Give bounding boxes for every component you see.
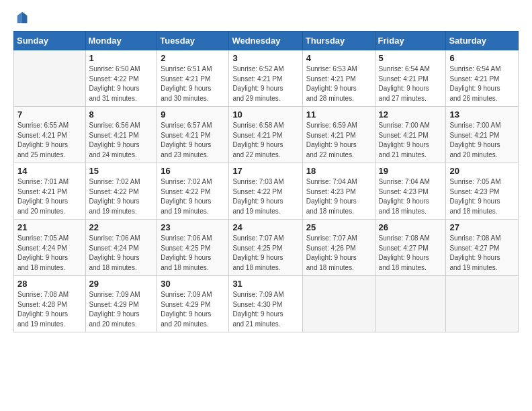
week-row-1: 1Sunrise: 6:50 AM Sunset: 4:22 PM Daylig… xyxy=(14,50,519,107)
day-cell: 17Sunrise: 7:03 AM Sunset: 4:22 PM Dayli… xyxy=(229,163,302,220)
day-cell: 28Sunrise: 7:08 AM Sunset: 4:28 PM Dayli… xyxy=(14,276,86,332)
day-number: 20 xyxy=(449,166,515,176)
day-number: 13 xyxy=(449,109,515,120)
col-header-tuesday: Tuesday xyxy=(157,32,229,50)
day-info: Sunrise: 6:59 AM Sunset: 4:21 PM Dayligh… xyxy=(306,121,371,160)
day-cell xyxy=(302,276,375,332)
day-info: Sunrise: 7:09 AM Sunset: 4:30 PM Dayligh… xyxy=(232,290,298,329)
day-number: 21 xyxy=(17,222,82,232)
day-info: Sunrise: 7:06 AM Sunset: 4:25 PM Dayligh… xyxy=(161,234,225,273)
day-info: Sunrise: 7:00 AM Sunset: 4:21 PM Dayligh… xyxy=(449,121,515,160)
svg-marker-1 xyxy=(22,12,27,24)
day-cell: 30Sunrise: 7:09 AM Sunset: 4:29 PM Dayli… xyxy=(157,276,229,332)
day-cell: 26Sunrise: 7:08 AM Sunset: 4:27 PM Dayli… xyxy=(375,220,446,276)
day-info: Sunrise: 6:52 AM Sunset: 4:21 PM Dayligh… xyxy=(232,64,298,103)
day-number: 28 xyxy=(17,279,82,289)
day-cell: 12Sunrise: 7:00 AM Sunset: 4:21 PM Dayli… xyxy=(375,107,446,163)
day-info: Sunrise: 6:56 AM Sunset: 4:21 PM Dayligh… xyxy=(89,121,154,160)
header xyxy=(13,11,519,23)
day-cell: 8Sunrise: 6:56 AM Sunset: 4:21 PM Daylig… xyxy=(85,107,157,163)
day-number: 29 xyxy=(89,279,154,289)
week-row-2: 7Sunrise: 6:55 AM Sunset: 4:21 PM Daylig… xyxy=(14,107,519,163)
day-number: 2 xyxy=(161,53,225,63)
day-info: Sunrise: 6:54 AM Sunset: 4:21 PM Dayligh… xyxy=(379,64,443,103)
day-number: 8 xyxy=(89,109,154,120)
day-info: Sunrise: 6:51 AM Sunset: 4:21 PM Dayligh… xyxy=(161,64,225,103)
day-number: 22 xyxy=(89,222,154,232)
day-info: Sunrise: 7:08 AM Sunset: 4:28 PM Dayligh… xyxy=(17,290,82,329)
day-number: 18 xyxy=(306,166,371,176)
day-cell: 27Sunrise: 7:08 AM Sunset: 4:27 PM Dayli… xyxy=(446,220,519,276)
calendar-table: SundayMondayTuesdayWednesdayThursdayFrid… xyxy=(13,31,519,332)
day-cell: 24Sunrise: 7:07 AM Sunset: 4:25 PM Dayli… xyxy=(229,220,302,276)
day-number: 31 xyxy=(232,279,298,289)
day-number: 17 xyxy=(232,166,298,176)
day-cell: 18Sunrise: 7:04 AM Sunset: 4:23 PM Dayli… xyxy=(302,163,375,220)
day-info: Sunrise: 7:08 AM Sunset: 4:27 PM Dayligh… xyxy=(449,234,515,273)
day-info: Sunrise: 7:03 AM Sunset: 4:22 PM Dayligh… xyxy=(232,177,298,216)
day-cell: 20Sunrise: 7:05 AM Sunset: 4:23 PM Dayli… xyxy=(446,163,519,220)
day-cell: 3Sunrise: 6:52 AM Sunset: 4:21 PM Daylig… xyxy=(229,50,302,107)
week-row-3: 14Sunrise: 7:01 AM Sunset: 4:21 PM Dayli… xyxy=(14,163,519,220)
day-number: 6 xyxy=(449,53,515,63)
day-info: Sunrise: 7:04 AM Sunset: 4:23 PM Dayligh… xyxy=(306,177,371,216)
day-cell: 15Sunrise: 7:02 AM Sunset: 4:22 PM Dayli… xyxy=(85,163,157,220)
day-number: 1 xyxy=(89,53,154,63)
day-number: 16 xyxy=(161,166,225,176)
day-cell xyxy=(375,276,446,332)
col-header-monday: Monday xyxy=(85,32,157,50)
day-cell: 13Sunrise: 7:00 AM Sunset: 4:21 PM Dayli… xyxy=(446,107,519,163)
day-number: 11 xyxy=(306,109,371,120)
page: SundayMondayTuesdayWednesdayThursdayFrid… xyxy=(0,0,532,411)
day-cell: 1Sunrise: 6:50 AM Sunset: 4:22 PM Daylig… xyxy=(85,50,157,107)
day-info: Sunrise: 7:02 AM Sunset: 4:22 PM Dayligh… xyxy=(161,177,225,216)
day-cell: 7Sunrise: 6:55 AM Sunset: 4:21 PM Daylig… xyxy=(14,107,86,163)
day-info: Sunrise: 7:02 AM Sunset: 4:22 PM Dayligh… xyxy=(89,177,154,216)
day-cell: 10Sunrise: 6:58 AM Sunset: 4:21 PM Dayli… xyxy=(229,107,302,163)
day-cell: 14Sunrise: 7:01 AM Sunset: 4:21 PM Dayli… xyxy=(14,163,86,220)
day-info: Sunrise: 7:00 AM Sunset: 4:21 PM Dayligh… xyxy=(379,121,443,160)
day-number: 9 xyxy=(161,109,225,120)
day-info: Sunrise: 7:06 AM Sunset: 4:24 PM Dayligh… xyxy=(89,234,154,273)
col-header-sunday: Sunday xyxy=(14,32,86,50)
col-header-thursday: Thursday xyxy=(302,32,375,50)
day-number: 15 xyxy=(89,166,154,176)
day-info: Sunrise: 7:08 AM Sunset: 4:27 PM Dayligh… xyxy=(379,234,443,273)
day-number: 25 xyxy=(306,222,371,232)
day-cell: 2Sunrise: 6:51 AM Sunset: 4:21 PM Daylig… xyxy=(157,50,229,107)
day-info: Sunrise: 7:05 AM Sunset: 4:24 PM Dayligh… xyxy=(17,234,82,273)
day-info: Sunrise: 7:07 AM Sunset: 4:26 PM Dayligh… xyxy=(306,234,371,273)
day-info: Sunrise: 7:04 AM Sunset: 4:23 PM Dayligh… xyxy=(379,177,443,216)
day-cell: 21Sunrise: 7:05 AM Sunset: 4:24 PM Dayli… xyxy=(14,220,86,276)
week-row-4: 21Sunrise: 7:05 AM Sunset: 4:24 PM Dayli… xyxy=(14,220,519,276)
day-cell: 31Sunrise: 7:09 AM Sunset: 4:30 PM Dayli… xyxy=(229,276,302,332)
day-cell xyxy=(446,276,519,332)
day-info: Sunrise: 7:09 AM Sunset: 4:29 PM Dayligh… xyxy=(89,290,154,329)
day-info: Sunrise: 6:50 AM Sunset: 4:22 PM Dayligh… xyxy=(89,64,154,103)
day-number: 27 xyxy=(449,222,515,232)
day-info: Sunrise: 6:55 AM Sunset: 4:21 PM Dayligh… xyxy=(17,121,82,160)
calendar-header-row: SundayMondayTuesdayWednesdayThursdayFrid… xyxy=(14,32,519,50)
col-header-wednesday: Wednesday xyxy=(229,32,302,50)
day-number: 23 xyxy=(161,222,225,232)
week-row-5: 28Sunrise: 7:08 AM Sunset: 4:28 PM Dayli… xyxy=(14,276,519,332)
day-info: Sunrise: 6:54 AM Sunset: 4:21 PM Dayligh… xyxy=(449,64,515,103)
day-cell: 6Sunrise: 6:54 AM Sunset: 4:21 PM Daylig… xyxy=(446,50,519,107)
day-number: 5 xyxy=(379,53,443,63)
day-info: Sunrise: 6:53 AM Sunset: 4:21 PM Dayligh… xyxy=(306,64,371,103)
day-cell: 11Sunrise: 6:59 AM Sunset: 4:21 PM Dayli… xyxy=(302,107,375,163)
day-cell: 19Sunrise: 7:04 AM Sunset: 4:23 PM Dayli… xyxy=(375,163,446,220)
day-info: Sunrise: 6:58 AM Sunset: 4:21 PM Dayligh… xyxy=(232,121,298,160)
day-number: 3 xyxy=(232,53,298,63)
day-number: 19 xyxy=(379,166,443,176)
day-number: 24 xyxy=(232,222,298,232)
col-header-saturday: Saturday xyxy=(446,32,519,50)
day-cell: 25Sunrise: 7:07 AM Sunset: 4:26 PM Dayli… xyxy=(302,220,375,276)
day-info: Sunrise: 7:05 AM Sunset: 4:23 PM Dayligh… xyxy=(449,177,515,216)
day-info: Sunrise: 6:57 AM Sunset: 4:21 PM Dayligh… xyxy=(161,121,225,160)
col-header-friday: Friday xyxy=(375,32,446,50)
day-number: 4 xyxy=(306,53,371,63)
day-cell: 9Sunrise: 6:57 AM Sunset: 4:21 PM Daylig… xyxy=(157,107,229,163)
logo-icon xyxy=(15,11,30,26)
day-number: 7 xyxy=(17,109,82,120)
